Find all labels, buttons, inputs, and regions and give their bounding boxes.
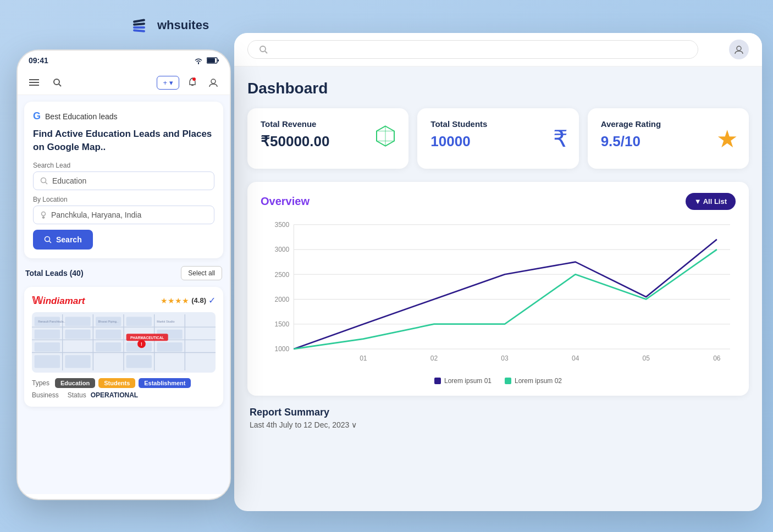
svg-rect-33 [65, 329, 90, 339]
google-icon: G [33, 110, 41, 122]
badge-education: Education [55, 378, 95, 388]
legend-label-2: Lorem ipsum 02 [515, 377, 562, 385]
map-area: ! PHARMACEUTICAL Renault Panchkula.. Bha… [32, 312, 216, 373]
all-list-button[interactable]: ▼ All List [686, 193, 736, 210]
select-all-button[interactable]: Select all [181, 266, 222, 280]
add-button[interactable]: +▾ [157, 76, 179, 90]
svg-text:1500: 1500 [274, 320, 289, 328]
desktop-avatar[interactable] [729, 40, 749, 59]
legend-item-2: Lorem ipsum 02 [505, 377, 562, 385]
svg-rect-34 [96, 329, 121, 339]
svg-line-51 [265, 51, 267, 53]
stat-card-rating: Average Rating 9.5/10 ★ [588, 108, 749, 169]
legend-label-1: Lorem ipsum 01 [444, 377, 492, 385]
rating-value-display: 9.5/10 [601, 133, 736, 150]
desktop-search-icon [259, 45, 268, 54]
svg-point-10 [54, 79, 59, 85]
listing-header: 𝕎indiamart ★★★★ (4.8) ✓ [32, 295, 216, 307]
svg-rect-1 [133, 23, 145, 26]
svg-text:2000: 2000 [274, 295, 289, 303]
svg-rect-31 [126, 317, 152, 326]
overview-section: Overview ▼ All List 3500 [247, 182, 749, 396]
rupee-icon: ₹ [553, 125, 568, 152]
dashboard-content: Dashboard Total Revenue ₹50000.00 [234, 66, 762, 509]
phone-content: G Best Education leads Find Active Educa… [18, 95, 230, 494]
chart-legend: Lorem ipsum 01 Lorem ipsum 02 [261, 377, 736, 385]
svg-rect-40 [35, 355, 60, 368]
report-subtitle[interactable]: Last 4th July to 12 Dec, 2023 ∨ [250, 420, 747, 429]
phone-toolbar: +▾ [18, 70, 230, 95]
svg-text:01: 01 [360, 354, 367, 362]
scene: whsuites 09:41 [0, 0, 773, 532]
toolbar-right: +▾ [157, 75, 221, 90]
logo-area: whsuites [132, 15, 209, 35]
google-header: G Best Education leads [33, 110, 214, 122]
wifi-icon [194, 57, 203, 64]
stat-card-students: Total Students 10000 ₹ [417, 108, 578, 169]
phone: 09:41 [16, 49, 231, 500]
badge-establishment: Establishment [139, 378, 191, 388]
toolbar-left [26, 75, 65, 90]
desktop-search[interactable] [247, 40, 698, 59]
leads-title: Find Active Education Leads and Places o… [33, 128, 214, 154]
star-icon: ★ [716, 125, 738, 153]
chevron-down-icon: ∨ [351, 420, 357, 429]
business-row: Business Status OPERATIONAL [32, 391, 216, 399]
svg-text:3500: 3500 [274, 221, 289, 229]
svg-rect-3 [133, 29, 145, 32]
logo-icon [132, 15, 152, 35]
svg-rect-37 [96, 342, 121, 352]
report-date: Last 4th July to 12 Dec, 2023 [250, 420, 349, 429]
battery-icon [207, 57, 219, 64]
svg-point-18 [45, 236, 50, 241]
avatar-phone-icon[interactable] [206, 75, 221, 90]
leads-form-card: G Best Education leads Find Active Educa… [24, 102, 223, 258]
search-icon-toolbar[interactable] [49, 75, 65, 90]
menu-icon[interactable] [26, 75, 42, 90]
svg-text:04: 04 [572, 354, 579, 362]
location-icon [40, 210, 47, 219]
legend-dot-1 [434, 378, 441, 384]
map-svg: ! PHARMACEUTICAL Renault Panchkula.. Bha… [32, 312, 216, 373]
legend-item-1: Lorem ipsum 01 [434, 377, 492, 385]
leads-count: Total Leads (40) [25, 269, 84, 278]
svg-text:02: 02 [430, 354, 438, 362]
star-rating: ★★★★ [161, 296, 189, 305]
search-button[interactable]: Search [33, 230, 93, 250]
search-lead-label: Search Lead [33, 162, 214, 169]
phone-time: 09:41 [29, 56, 48, 65]
svg-text:3000: 3000 [274, 246, 289, 253]
google-label: Best Education leads [45, 112, 118, 121]
rating-label: Average Rating [601, 119, 736, 129]
svg-line-16 [46, 182, 48, 184]
bell-icon[interactable] [185, 75, 200, 90]
location-input[interactable]: Panchkula, Haryana, India [33, 206, 214, 224]
overview-title: Overview [261, 195, 310, 208]
svg-rect-41 [65, 355, 90, 368]
search-lead-input[interactable]: Education [33, 171, 214, 190]
svg-text:PHARMACEUTICAL: PHARMACEUTICAL [130, 335, 164, 339]
verified-badge: ✓ [208, 295, 216, 306]
svg-text:05: 05 [643, 354, 650, 362]
svg-rect-29 [65, 317, 90, 326]
svg-text:Markit Studio: Markit Studio [157, 319, 174, 323]
types-label: Types [32, 379, 49, 387]
svg-text:06: 06 [713, 354, 720, 362]
location-label: By Location [33, 196, 214, 203]
rating-value: (4.8) [191, 296, 206, 304]
badge-students: Students [98, 378, 135, 388]
svg-text:2500: 2500 [274, 270, 289, 278]
types-row: Types Education Students Establishment [32, 378, 216, 388]
legend-dot-2 [505, 378, 511, 384]
svg-rect-0 [133, 19, 145, 23]
location-value: Panchkula, Haryana, India [51, 210, 141, 219]
phone-status-bar: 09:41 [18, 51, 230, 70]
search-lead-value: Education [52, 176, 86, 185]
phone-status-icons [194, 57, 219, 64]
desktop-user-icon [733, 44, 744, 55]
search-btn-icon [44, 236, 52, 243]
svg-point-52 [737, 46, 741, 51]
chart-area: 3500 3000 2500 2000 1500 1000 01 02 03 0… [261, 219, 736, 373]
rating-area: ★★★★ (4.8) ✓ [161, 295, 216, 306]
svg-point-15 [41, 178, 46, 182]
